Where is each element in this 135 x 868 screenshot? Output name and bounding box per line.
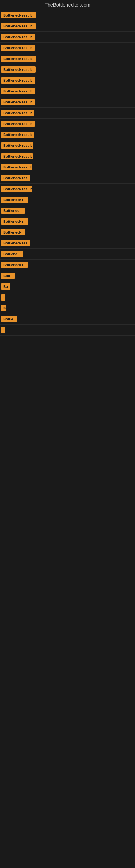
list-item: Bottleneck result (0, 64, 135, 75)
bottleneck-badge[interactable]: Bottleneck result (1, 131, 34, 138)
bottleneck-badge[interactable]: Bottleneck r (1, 262, 28, 268)
bottleneck-badge[interactable]: Bottleneck result (1, 110, 34, 116)
bottleneck-badge[interactable]: Bottleneck result (1, 34, 35, 40)
bottleneck-badge[interactable]: | (1, 327, 5, 333)
bottleneck-badge[interactable]: Bottleneck result (1, 186, 32, 192)
list-item: Bottleneck r (0, 259, 135, 271)
list-item: Bottleneck r (0, 216, 135, 227)
list-item: Bottleneck result (0, 21, 135, 32)
bottleneck-badge[interactable]: Bottleneck result (1, 45, 35, 51)
list-item: | (0, 325, 135, 336)
list-item: Bottleneck result (0, 75, 135, 86)
list-item: Bottlene (0, 249, 135, 259)
bottleneck-badge[interactable]: Bottleneck result (1, 56, 36, 62)
list-item: Bottleneck result (0, 151, 135, 162)
bottleneck-badge[interactable]: Bottleneck result (1, 99, 35, 105)
list-item: Bottleneck result (0, 162, 135, 173)
list-item: Bottle (0, 314, 135, 325)
list-item: Bottleneck result (0, 184, 135, 194)
bottleneck-badge[interactable]: Bottleneck result (1, 143, 34, 149)
list-item: Bottleneck result (0, 32, 135, 42)
bottleneck-badge[interactable]: Bottlenec (1, 208, 25, 214)
bottleneck-badge[interactable]: Bottleneck r (1, 197, 28, 203)
list-item: Bottleneck result (0, 42, 135, 54)
bottleneck-badge[interactable]: Bottleneck result (1, 77, 35, 84)
list-item: Bottleneck result (0, 54, 135, 64)
list-item: Bottleneck (0, 227, 135, 238)
list-item: Bottleneck result (0, 86, 135, 97)
list-item: Bottleneck r (0, 194, 135, 205)
bottleneck-badge[interactable]: Bottleneck result (1, 164, 32, 170)
list-item: Bottleneck result (0, 119, 135, 129)
list-item: Bottleneck result (0, 108, 135, 119)
bottleneck-badge[interactable]: Bottleneck (1, 229, 26, 236)
bottleneck-badge[interactable]: Bottle (1, 316, 17, 322)
bottleneck-badge[interactable]: Bottleneck result (1, 88, 35, 94)
bottleneck-list: Bottleneck resultBottleneck resultBottle… (0, 10, 135, 336)
site-title: TheBottlenecker.com (0, 0, 135, 10)
list-item: B (0, 303, 135, 314)
bottleneck-badge[interactable]: Bottleneck result (1, 12, 36, 19)
list-item: Bottleneck result (0, 97, 135, 108)
list-item: Bottleneck result (0, 10, 135, 21)
list-item: Bottleneck result (0, 140, 135, 151)
list-item: | (0, 292, 135, 303)
list-item: Bott (0, 271, 135, 281)
bottleneck-badge[interactable]: B (1, 305, 6, 311)
list-item: Bottleneck res (0, 173, 135, 184)
bottleneck-badge[interactable]: Bottleneck result (1, 121, 35, 127)
list-item: Bottlenec (0, 205, 135, 216)
bottleneck-badge[interactable]: Bottleneck res (1, 175, 30, 181)
bottleneck-badge[interactable]: Bottlene (1, 251, 23, 257)
bottleneck-badge[interactable]: Bottleneck res (1, 240, 30, 246)
list-item: Bottleneck res (0, 238, 135, 249)
list-item: Bottleneck result (0, 129, 135, 140)
bottleneck-badge[interactable]: Bottleneck result (1, 23, 36, 29)
bottleneck-badge[interactable]: Bott (1, 273, 14, 279)
bottleneck-badge[interactable]: Bottleneck result (1, 66, 36, 73)
bottleneck-badge[interactable]: | (1, 294, 5, 301)
list-item: Bo (0, 281, 135, 292)
bottleneck-badge[interactable]: Bo (1, 283, 10, 290)
bottleneck-badge[interactable]: Bottleneck result (1, 153, 33, 159)
bottleneck-badge[interactable]: Bottleneck r (1, 218, 28, 225)
